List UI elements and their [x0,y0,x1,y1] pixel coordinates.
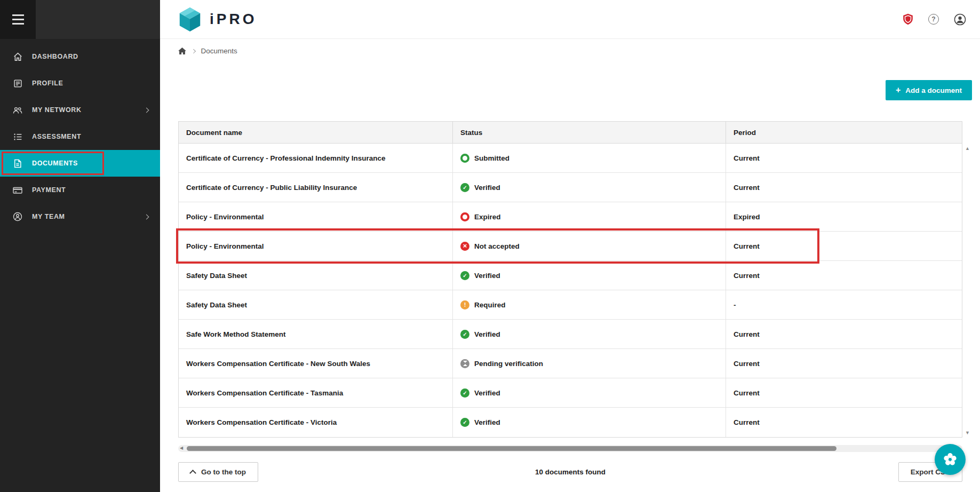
status-label: Submitted [474,154,509,162]
table-row-annotated[interactable]: Policy - Environmental Not accepted Curr… [179,232,962,261]
documents-table: Document name Status Period Certificate … [178,121,962,438]
scroll-left-icon[interactable]: ◀ [180,446,183,450]
footer-bar: Go to the top 10 documents found Export … [178,462,962,482]
documents-found-text: 10 documents found [178,468,962,476]
status-cell: Pending verification [452,349,726,378]
scroll-up-icon[interactable]: ▲ [963,146,971,151]
column-header-document-name[interactable]: Document name [179,122,452,143]
status-verified-icon [460,388,469,398]
sidebar-item-my-network[interactable]: MY NETWORK [0,97,160,123]
help-icon[interactable]: ? [928,14,939,25]
period-cell: - [726,290,962,319]
status-not-accepted-icon [460,242,469,251]
horizontal-scroll-thumb[interactable] [187,446,836,451]
sidebar-item-label: ASSESSMENT [32,133,81,140]
add-document-label: Add a document [905,86,962,94]
assessment-icon [12,132,23,141]
status-expired-icon [460,212,469,221]
status-verified-icon [460,330,469,339]
status-cell: Verified [452,320,726,348]
home-icon[interactable] [178,47,186,55]
menu-toggle-button[interactable] [0,0,36,39]
main-area: iPRO ? Documents + [160,0,980,492]
status-cell: Not accepted [452,232,726,260]
documents-table-wrap: Document name Status Period Certificate … [178,121,962,438]
table-row[interactable]: Certificate of Currency - Public Liabili… [179,173,962,202]
app-logo: iPRO [178,7,257,32]
status-label: Verified [474,184,500,192]
column-header-period[interactable]: Period [726,122,962,143]
account-icon[interactable] [954,13,966,26]
sidebar-item-my-team[interactable]: MY TEAM [0,203,160,230]
status-cell: Required [452,290,726,319]
status-label: Verified [474,389,500,397]
chevron-right-icon [192,49,196,53]
status-label: Required [474,301,506,309]
go-to-top-label: Go to the top [201,468,246,476]
sidebar-item-label: MY TEAM [32,213,65,220]
hamburger-icon [12,19,24,20]
scroll-down-icon[interactable]: ▼ [963,430,971,435]
payment-icon [12,186,23,194]
period-cell: Current [726,408,962,437]
period-cell: Current [726,232,962,260]
status-submitted-icon [460,154,469,163]
table-header-row: Document name Status Period [179,122,962,144]
table-row[interactable]: Workers Compensation Certificate - Tasma… [179,378,962,408]
document-name-cell: Policy - Environmental [179,202,452,231]
status-verified-icon [460,271,469,280]
help-widget-button[interactable] [935,444,966,475]
sidebar-item-profile[interactable]: PROFILE [0,70,160,97]
table-row[interactable]: Safety Data Sheet Required - [179,290,962,320]
sidebar-item-dashboard[interactable]: DASHBOARD [0,43,160,70]
profile-icon [12,79,23,88]
sidebar-item-label: DOCUMENTS [32,160,78,167]
sidebar-item-documents[interactable]: DOCUMENTS [0,150,160,177]
period-cell: Expired [726,202,962,231]
status-label: Verified [474,418,500,426]
status-required-icon [460,300,469,310]
app-root: DASHBOARD PROFILE MY NETWORK ASSESS [0,0,980,492]
status-label: Not accepted [474,242,520,250]
shield-badge-icon[interactable] [903,13,913,25]
table-horizontal-scrollbar[interactable]: ◀ [178,445,962,452]
table-row[interactable]: Safety Data Sheet Verified Current [179,261,962,290]
period-cell: Current [726,144,962,172]
add-document-button[interactable]: + Add a document [886,80,972,100]
breadcrumb-item-documents[interactable]: Documents [201,47,237,55]
status-cell: Expired [452,202,726,231]
status-label: Verified [474,272,500,280]
status-label: Pending verification [474,360,543,368]
status-cell: Submitted [452,144,726,172]
topbar: iPRO ? [160,0,980,39]
status-verified-icon [460,418,469,427]
table-row[interactable]: Certificate of Currency - Professional I… [179,144,962,173]
status-cell: Verified [452,173,726,202]
table-row[interactable]: Workers Compensation Certificate - Victo… [179,408,962,437]
plus-icon: + [896,86,901,94]
status-label: Verified [474,330,500,338]
hamburger-icon [12,14,24,16]
sidebar-header [0,0,160,39]
home-icon [12,52,23,61]
column-header-status[interactable]: Status [452,122,726,143]
network-icon [12,106,23,115]
table-vertical-scrollbar[interactable]: ▲ ▼ [963,144,971,438]
sidebar-item-assessment[interactable]: ASSESSMENT [0,123,160,150]
sidebar-item-label: PROFILE [32,80,63,87]
status-pending-icon [460,359,469,368]
sidebar: DASHBOARD PROFILE MY NETWORK ASSESS [0,0,160,492]
status-cell: Verified [452,261,726,290]
chevron-right-icon [144,107,149,113]
table-row[interactable]: Safe Work Method Statement Verified Curr… [179,320,962,349]
table-row[interactable]: Workers Compensation Certificate - New S… [179,349,962,378]
document-name-cell: Safety Data Sheet [179,261,452,290]
table-row[interactable]: Policy - Environmental Expired Expired [179,202,962,232]
documents-icon [12,159,23,168]
team-icon [12,212,23,221]
status-cell: Verified [452,378,726,407]
sidebar-item-payment[interactable]: PAYMENT [0,177,160,203]
chevron-up-icon [189,470,196,477]
document-name-cell: Workers Compensation Certificate - New S… [179,349,452,378]
go-to-top-button[interactable]: Go to the top [178,462,258,482]
